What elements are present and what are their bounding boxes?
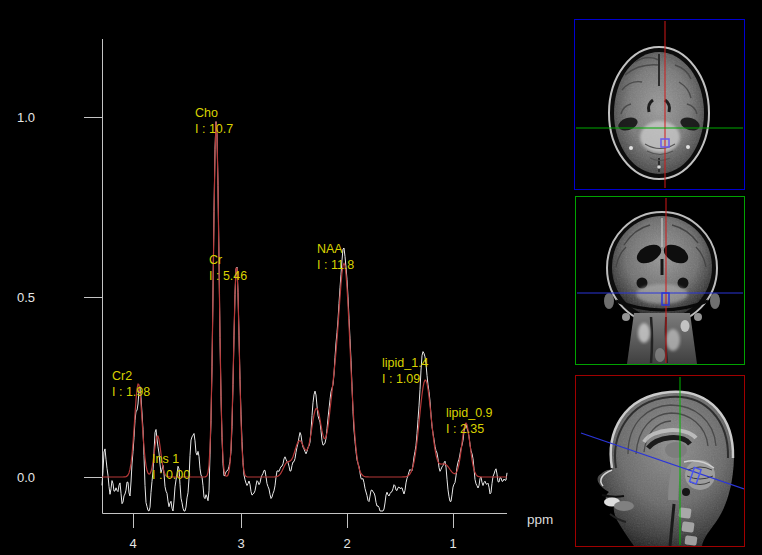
mri-panel-sagittal[interactable] [575, 375, 745, 547]
x-tick-label-1: 1 [449, 536, 456, 551]
mrs-viewer: 1.0 0.5 0.0 4 3 2 1 ppm Cr2I : 1.98Ins 1… [0, 0, 762, 555]
peak-label-Ins 1: Ins 1I : 0.00 [152, 452, 190, 482]
x-tick-label-2: 2 [343, 536, 350, 551]
mri-panel-axial[interactable] [574, 19, 745, 190]
peak-label-lipid_1.4: lipid_1.4I : 1.09 [382, 356, 429, 386]
x-axis-labels: 4 3 2 1 [129, 536, 456, 551]
y-tick-label-0.5: 0.5 [17, 290, 35, 305]
sagittal-brain-image [590, 388, 740, 546]
peak-label-Cr: CrI : 5.46 [209, 253, 247, 283]
x-axis-unit-label: ppm [527, 512, 553, 527]
peak-labels: Cr2I : 1.98Ins 1I : 0.00ChoI : 10.7CrI :… [112, 106, 493, 482]
peak-label-NAA: NAAI : 11.8 [317, 242, 354, 272]
peak-label-Cho: ChoI : 10.7 [195, 106, 233, 136]
x-tick-label-4: 4 [129, 536, 136, 551]
y-tick-label-0.0: 0.0 [17, 470, 35, 485]
mri-panel-coronal[interactable] [575, 196, 745, 365]
y-tick-label-1.0: 1.0 [17, 110, 35, 125]
y-axis-labels: 1.0 0.5 0.0 [17, 110, 35, 485]
peak-label-Cr2: Cr2I : 1.98 [112, 369, 150, 399]
peak-label-lipid_0.9: lipid_0.9I : 2.35 [446, 406, 493, 436]
coronal-brain-image [604, 212, 720, 364]
x-tick-label-3: 3 [237, 536, 244, 551]
axial-brain-image [605, 45, 715, 185]
